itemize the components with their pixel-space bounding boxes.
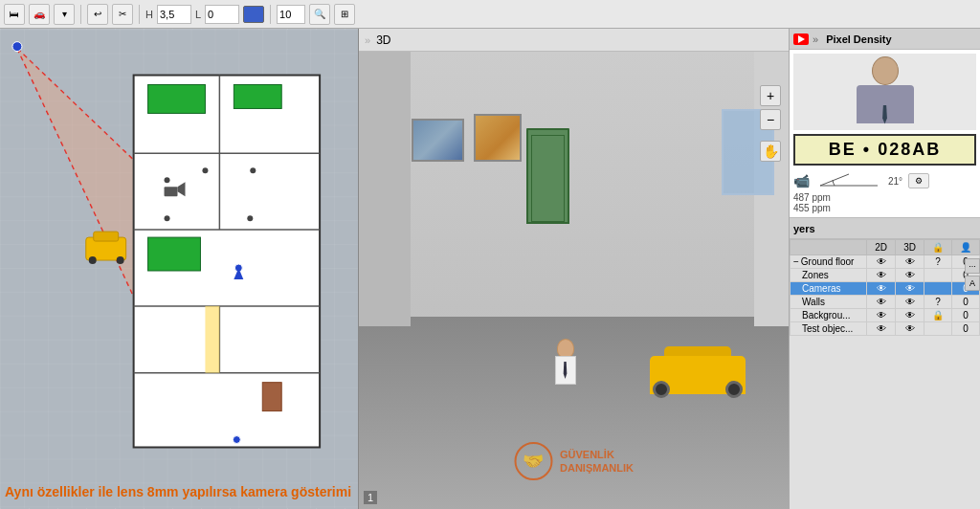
layer-eye-3d[interactable]: 👁 bbox=[896, 255, 924, 269]
expand-button[interactable]: ⊞ bbox=[334, 4, 355, 25]
layers-table-header: 2D 3D 🔒 👤 bbox=[791, 240, 980, 255]
layers-content: 2D 3D 🔒 👤 −Ground floor 👁 👁 ? 0 Zones 👁 … bbox=[790, 239, 980, 509]
layers-title: yers bbox=[793, 223, 815, 234]
person-head bbox=[557, 339, 574, 358]
layer-lock[interactable] bbox=[924, 269, 952, 282]
col-3d-header: 3D bbox=[896, 240, 924, 255]
layer-eye-2d[interactable]: 👁 bbox=[867, 322, 896, 336]
logo-text: GÜVENLİK DANIŞMANLIK bbox=[560, 448, 634, 476]
door-inner bbox=[531, 135, 565, 222]
l-label: L bbox=[195, 9, 201, 20]
silhouette-tie bbox=[881, 105, 889, 124]
pixel-density-content: BE • 028AB 📹 21° ⚙ 487 ppm 455 ppm bbox=[790, 50, 980, 218]
silhouette-head bbox=[872, 56, 899, 85]
toolbar-icon-1[interactable]: 🛏 bbox=[4, 4, 25, 25]
layer-name-cell: Backgrou... bbox=[791, 309, 867, 322]
svg-point-23 bbox=[117, 256, 124, 264]
layer-lock[interactable] bbox=[924, 282, 952, 296]
svg-point-28 bbox=[202, 167, 208, 173]
zoom-in-button[interactable]: + bbox=[760, 85, 781, 106]
layer-name-cell: Walls bbox=[791, 296, 867, 309]
sep3 bbox=[270, 5, 271, 24]
scene-number: 1 bbox=[364, 491, 377, 504]
pixel-density-header: » Pixel Density bbox=[790, 29, 980, 50]
sep1 bbox=[80, 5, 81, 24]
col-lock-header: 🔒 bbox=[924, 240, 952, 255]
zoom-out-button[interactable]: − bbox=[760, 109, 781, 130]
caption-text: Aynı özellikler ile lens 8mm yapılırsa k… bbox=[5, 484, 351, 499]
layer-name-cell: Cameras bbox=[791, 282, 867, 296]
layer-eye-2d[interactable]: 👁 bbox=[867, 309, 896, 322]
h-label: H bbox=[145, 9, 153, 20]
taxi-wheel-right bbox=[725, 381, 743, 398]
h-input[interactable] bbox=[157, 5, 191, 24]
svg-rect-24 bbox=[262, 383, 281, 411]
svg-point-27 bbox=[165, 177, 170, 183]
layer-lock[interactable]: ? bbox=[924, 296, 952, 309]
svg-rect-13 bbox=[148, 85, 206, 114]
side-btn-dots[interactable]: ··· bbox=[965, 258, 980, 274]
layers-header: yers bbox=[790, 218, 980, 239]
layer-name-cell: Zones bbox=[791, 269, 867, 282]
zoom-tool-button[interactable]: 🔍 bbox=[309, 4, 330, 25]
zoom-icon: 🔍 bbox=[314, 9, 325, 19]
painting-2 bbox=[474, 114, 522, 162]
layer-eye-3d[interactable]: 👁 bbox=[896, 269, 924, 282]
painting-1 bbox=[412, 119, 464, 162]
layer-eye-2d[interactable]: 👁 bbox=[867, 269, 896, 282]
pd-expand-icon: » bbox=[813, 33, 818, 45]
layer-count: 0 bbox=[952, 309, 980, 322]
threed-view[interactable]: + − ✋ 1 🤝 GÜVENLİK DANIŞMANLIK bbox=[359, 52, 789, 509]
logo-icon: 🤝 bbox=[514, 442, 552, 480]
bottom-caption: Aynı özellikler ile lens 8mm yapılırsa k… bbox=[5, 484, 358, 499]
person-tie bbox=[563, 362, 568, 379]
person-body bbox=[555, 356, 576, 385]
person-figure-3d bbox=[555, 339, 576, 385]
undo-icon: ↩ bbox=[94, 9, 101, 19]
sep2 bbox=[139, 5, 140, 24]
threed-panel: » 3D bbox=[359, 29, 789, 509]
toolbar-icon-2[interactable]: 🚗 bbox=[29, 4, 50, 25]
person-avatar bbox=[793, 54, 976, 130]
layer-name-cell: −Ground floor bbox=[791, 255, 867, 269]
layer-eye-2d[interactable]: 👁 bbox=[867, 296, 896, 309]
svg-point-30 bbox=[165, 215, 170, 221]
svg-line-33 bbox=[820, 174, 849, 186]
l-input[interactable] bbox=[205, 5, 239, 24]
svg-rect-16 bbox=[165, 187, 178, 196]
color-swatch[interactable] bbox=[243, 6, 264, 23]
bed-icon: 🛏 bbox=[10, 9, 19, 19]
layers-tbody: −Ground floor 👁 👁 ? 0 Zones 👁 👁 0 Camera… bbox=[791, 255, 980, 336]
redo-button[interactable]: ✂ bbox=[112, 4, 133, 25]
layer-eye-2d[interactable]: 👁 bbox=[867, 255, 896, 269]
side-btn-a[interactable]: A bbox=[965, 276, 980, 291]
layer-eye-3d[interactable]: 👁 bbox=[896, 296, 924, 309]
layer-eye-3d[interactable]: 👁 bbox=[896, 309, 924, 322]
svg-point-29 bbox=[250, 167, 256, 173]
undo-button[interactable]: ↩ bbox=[87, 4, 108, 25]
toolbar-dropdown[interactable]: ▾ bbox=[54, 4, 75, 25]
layers-panel: yers 2D 3D 🔒 👤 −Ground floor bbox=[790, 218, 980, 509]
logo-watermark: 🤝 GÜVENLİK DANIŞMANLIK bbox=[514, 442, 634, 480]
layer-row[interactable]: −Ground floor 👁 👁 ? 0 bbox=[791, 255, 980, 269]
floorplan-panel: Aynı özellikler ile lens 8mm yapılırsa k… bbox=[0, 29, 359, 509]
layer-eye-3d[interactable]: 👁 bbox=[896, 322, 924, 336]
layer-eye-2d[interactable]: 👁 bbox=[867, 282, 896, 296]
layer-row[interactable]: Test objec... 👁 👁 0 bbox=[791, 322, 980, 336]
layer-lock[interactable]: ? bbox=[924, 255, 952, 269]
youtube-icon[interactable] bbox=[793, 33, 809, 45]
layer-row[interactable]: Walls 👁 👁 ? 0 bbox=[791, 296, 980, 309]
layer-row[interactable]: Zones 👁 👁 0 bbox=[791, 269, 980, 282]
layer-lock[interactable] bbox=[924, 322, 952, 336]
layer-eye-3d[interactable]: 👁 bbox=[896, 282, 924, 296]
zoom-input[interactable] bbox=[277, 5, 305, 24]
layer-row[interactable]: Backgrou... 👁 👁 🔒 0 bbox=[791, 309, 980, 322]
layer-row[interactable]: Cameras 👁 👁 0 bbox=[791, 282, 980, 296]
svg-rect-14 bbox=[234, 85, 281, 109]
layer-lock[interactable]: 🔒 bbox=[924, 309, 952, 322]
layer-count: 0 bbox=[952, 296, 980, 309]
pan-button[interactable]: ✋ bbox=[760, 141, 781, 162]
col-2d-header: 2D bbox=[867, 240, 896, 255]
settings-button[interactable]: ⚙ bbox=[908, 173, 929, 188]
silhouette-body bbox=[857, 85, 914, 123]
